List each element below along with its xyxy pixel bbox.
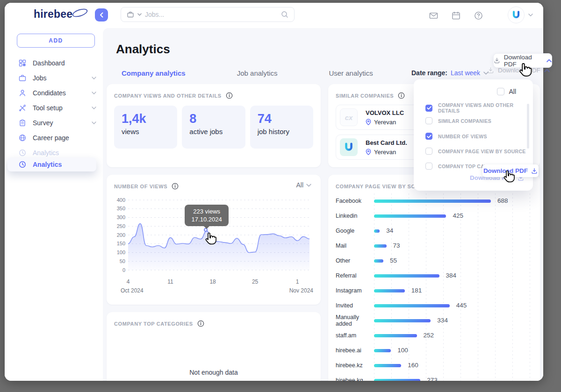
chevron-down-icon: [306, 184, 311, 187]
bar-category-label: Other: [336, 257, 374, 264]
date-range-value[interactable]: Last week: [451, 69, 480, 77]
download-pdf-button[interactable]: Download PDF: [493, 53, 552, 68]
bar-track: 100: [374, 343, 532, 358]
checkbox[interactable]: [425, 117, 432, 124]
briefcase-icon: [19, 74, 26, 82]
chevron-down-icon: [92, 121, 96, 124]
search-input[interactable]: [145, 11, 278, 18]
info-icon[interactable]: [197, 320, 204, 327]
sidebar-item-label: Career page: [33, 134, 69, 142]
clock-icon: [19, 149, 26, 157]
info-icon[interactable]: [172, 183, 179, 190]
bar-value: 334: [437, 317, 448, 324]
date-range-control[interactable]: Date range: Last week: [411, 69, 489, 77]
globe-icon: [19, 134, 26, 142]
tab-job-analytics[interactable]: Job analytics: [237, 69, 278, 77]
bar: [374, 334, 417, 337]
sidebar-item-survey[interactable]: Survey: [5, 115, 103, 130]
menu-scrollbar[interactable]: [527, 104, 529, 149]
checkbox[interactable]: [425, 133, 432, 140]
card-title: NUMBER OF VIEWS: [114, 184, 167, 189]
app-window: hirebee: [5, 3, 543, 381]
bar-value: 384: [446, 272, 457, 279]
search-icon[interactable]: [281, 11, 288, 18]
menu-download-link[interactable]: Download PDF: [482, 164, 539, 177]
bar: [374, 200, 491, 203]
sidebar-item-label: Dashboard: [33, 59, 65, 67]
avatar-chevron-icon[interactable]: [528, 14, 533, 16]
bar: [374, 274, 439, 278]
add-button[interactable]: ADD: [17, 34, 95, 48]
stat-tiles: 1,4k views 8 active jobs 74 job history: [107, 106, 321, 149]
sidebar-item-condidates[interactable]: Condidates: [5, 86, 103, 100]
sidebar-item-dashboard[interactable]: Dashboard: [5, 56, 103, 71]
bar-row: Facebook688: [328, 193, 540, 208]
bar-value: 445: [456, 302, 467, 309]
month-start-label: Oct 2024: [121, 287, 144, 294]
bar-value: 273: [427, 377, 438, 381]
svg-text:150: 150: [117, 241, 125, 246]
bar: [374, 244, 387, 248]
bar-category-label: Mail: [336, 242, 374, 249]
sidebar-item-label: Jobs: [33, 74, 47, 82]
bar-value: 688: [497, 197, 508, 204]
analytics-tabs: Company analytics Job analytics User ana…: [122, 69, 373, 77]
info-icon[interactable]: [398, 92, 405, 99]
stat-tile-views: 1,4k views: [114, 106, 177, 149]
menu-option-page-view-by-source[interactable]: COMPANY PAGE VIEW BY SOURCE: [425, 148, 526, 155]
bar-category-label: hirebee.ai: [336, 347, 374, 354]
bar-value: 73: [393, 242, 400, 249]
app-logo: hirebee: [34, 8, 85, 23]
tools-icon: [19, 104, 26, 112]
sidebar-item-jobs[interactable]: Jobs: [5, 71, 103, 86]
chevron-down-icon: [92, 77, 96, 79]
sidebar: ADD Dashboard Jobs Condidates: [5, 28, 103, 381]
menu-option-number-of-views[interactable]: NUMBER OF VIEWS: [425, 133, 487, 140]
download-icon: [487, 67, 494, 74]
bar-category-label: Facebook: [336, 198, 374, 204]
chevron-down-icon: [92, 92, 96, 94]
tab-user-analytics[interactable]: User analytics: [329, 69, 373, 77]
chart-tooltip: 223 views 17.10.2024: [185, 205, 229, 226]
help-icon[interactable]: [474, 11, 483, 20]
checkbox-unchecked[interactable]: [497, 88, 504, 95]
bar-row: hirebee.kz160: [328, 358, 540, 373]
tab-company-analytics[interactable]: Company analytics: [122, 69, 186, 77]
x-tick-label: 4: [127, 278, 130, 285]
checkbox[interactable]: [425, 105, 432, 112]
sidebar-item-tool-setup[interactable]: Tool setup: [5, 100, 103, 115]
sidebar-item-label: Analytics: [33, 161, 62, 168]
checkbox[interactable]: [425, 163, 432, 170]
download-icon: [531, 168, 538, 174]
sidebar-collapse-button[interactable]: [95, 8, 108, 21]
bar-row: Mail73: [328, 238, 540, 253]
mail-icon[interactable]: [429, 11, 438, 20]
checkbox[interactable]: [425, 148, 432, 155]
bar-category-label: hirebee.kz: [336, 362, 374, 369]
screen: hirebee: [0, 0, 561, 392]
stat-value: 1,4k: [122, 112, 170, 126]
menu-option-all[interactable]: All: [497, 88, 516, 95]
search-category-chevron-icon[interactable]: [137, 13, 142, 16]
svg-text:0: 0: [122, 267, 125, 273]
grid-icon: [19, 59, 26, 67]
bar-track: 34: [374, 223, 532, 238]
menu-option-similar-companies[interactable]: SIMILAR COMPANIES: [425, 117, 491, 124]
avatar[interactable]: [508, 7, 525, 23]
svg-text:300: 300: [117, 214, 125, 220]
company-location: Yerevan: [374, 119, 396, 126]
sidebar-item-career-page[interactable]: Career page: [5, 130, 103, 145]
sidebar-item-analytics-dragging[interactable]: Analytics: [7, 157, 96, 171]
views-filter-dropdown[interactable]: All: [296, 181, 311, 189]
svg-text:200: 200: [117, 232, 125, 238]
map-pin-icon: [366, 119, 371, 125]
x-tick-label: 11: [167, 278, 173, 285]
calendar-icon[interactable]: [452, 11, 460, 20]
menu-option-company-views[interactable]: COMPANY VIEWS AND OTHER DETAILS: [425, 102, 533, 114]
bar-row: Other55: [328, 253, 540, 268]
bar: [374, 289, 405, 292]
svg-text:350: 350: [117, 206, 125, 211]
bar-category-label: Google: [336, 228, 374, 234]
info-icon[interactable]: [226, 92, 233, 99]
bar-row: Google34: [328, 223, 540, 238]
